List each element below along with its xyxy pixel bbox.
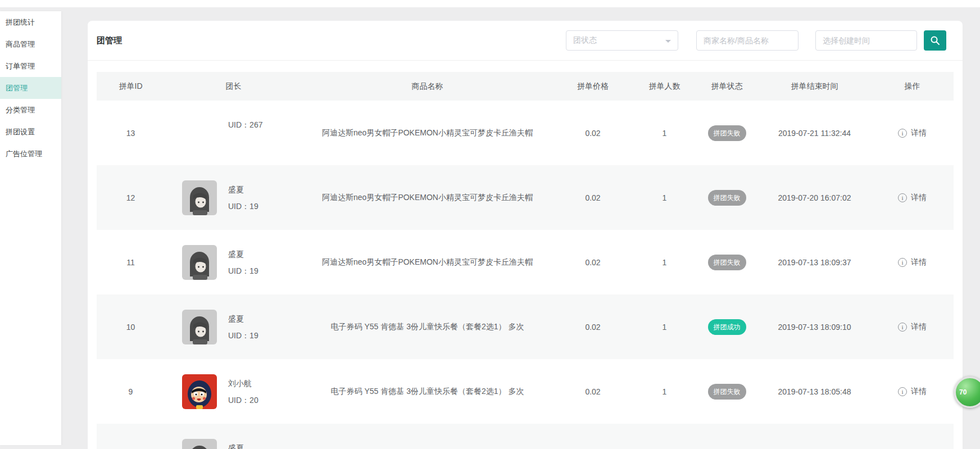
cell-product-name: 阿迪达斯neo男女帽子POKEMON小精灵宝可梦皮卡丘渔夫帽 xyxy=(302,128,552,138)
table-row: 13 UID：267 阿迪达斯neo男女帽子POKEMON小精灵宝可梦皮卡丘渔夫… xyxy=(97,101,954,165)
info-icon: i xyxy=(898,129,907,138)
table-row: 9 刘小航 UID：20 电子券码 Y55 肯德基 3份儿童快乐餐（套餐2选1）… xyxy=(97,359,954,424)
top-strip xyxy=(0,0,980,7)
boy-avatar-art xyxy=(182,374,217,409)
leader-name: 盛夏 xyxy=(228,442,244,449)
cell-actions: i 详情 xyxy=(871,387,954,397)
status-badge: 拼团失败 xyxy=(708,125,746,141)
sidebar-item-label: 分类管理 xyxy=(6,106,35,114)
leader-avatar xyxy=(182,310,217,344)
cell-end-time: 2019-07-13 18:09:37 xyxy=(758,258,871,267)
status-filter-select[interactable]: 团状态 xyxy=(566,30,678,51)
cell-team-leader: 盛夏 UID：19 xyxy=(165,245,302,280)
cell-order-status: 拼团失败 xyxy=(696,125,758,141)
sidebar-item-stats[interactable]: 拼团统计 xyxy=(0,11,61,33)
cell-order-price: 0.02 xyxy=(552,129,633,138)
detail-button[interactable]: i 详情 xyxy=(898,322,927,332)
leader-name: 盛夏 xyxy=(228,248,258,260)
cell-end-time: 2019-07-13 18:05:48 xyxy=(758,387,871,396)
leader-name: UID：267 xyxy=(228,119,262,130)
cell-product-name: 阿迪达斯neo男女帽子POKEMON小精灵宝可梦皮卡丘渔夫帽 xyxy=(302,193,552,203)
cell-member-count: 1 xyxy=(633,129,696,138)
header-cell-1: 团长 xyxy=(165,81,302,92)
sidebar-item-ads[interactable]: 广告位管理 xyxy=(0,143,61,165)
header-cell-0: 拼单ID xyxy=(97,81,165,92)
sidebar-item-orders[interactable]: 订单管理 xyxy=(0,55,61,77)
sidebar-item-groups[interactable]: 团管理 xyxy=(0,77,61,99)
card-header: 团管理 团状态 xyxy=(88,21,963,61)
leader-avatar xyxy=(182,439,217,449)
cell-team-leader: UID：267 xyxy=(165,116,302,151)
detail-button[interactable]: i 详情 xyxy=(898,257,927,267)
leader-name: 盛夏 xyxy=(228,313,258,324)
cell-actions: i 详情 xyxy=(871,193,954,203)
info-icon: i xyxy=(898,193,907,202)
main-content: 团管理 团状态 拼单ID团 xyxy=(61,11,980,445)
status-badge: 拼团失败 xyxy=(708,190,746,206)
table-body: 13 UID：267 阿迪达斯neo男女帽子POKEMON小精灵宝可梦皮卡丘渔夫… xyxy=(97,101,954,449)
status-badge: 拼团失败 xyxy=(708,384,746,400)
group-management-card: 团管理 团状态 拼单ID团 xyxy=(88,21,963,449)
sidebar-item-products[interactable]: 商品管理 xyxy=(0,33,61,55)
cell-member-count: 1 xyxy=(633,323,696,332)
table-row: 10 盛夏 UID：19 电子券码 Y55 肯德基 3份儿童快乐餐（套餐2选1）… xyxy=(97,294,954,359)
leader-uid xyxy=(228,136,262,147)
cell-actions: i 详情 xyxy=(871,257,954,267)
table-row: 盛夏 xyxy=(97,424,954,449)
header-cell-4: 拼单人数 xyxy=(633,81,696,92)
detail-label: 详情 xyxy=(911,257,927,267)
girl-avatar-art xyxy=(182,310,217,344)
cell-team-leader: 刘小航 UID：20 xyxy=(165,374,302,409)
detail-button[interactable]: i 详情 xyxy=(898,193,927,203)
sidebar-item-label: 广告位管理 xyxy=(6,149,42,158)
header-cell-6: 拼单结束时间 xyxy=(758,81,871,92)
status-badge: 拼团失败 xyxy=(708,255,746,270)
cell-member-count: 1 xyxy=(633,193,696,202)
leader-avatar xyxy=(182,245,217,280)
sidebar-item-label: 拼团设置 xyxy=(6,128,35,136)
search-button[interactable] xyxy=(924,30,946,51)
header-cell-2: 商品名称 xyxy=(302,81,552,92)
detail-button[interactable]: i 详情 xyxy=(898,387,927,397)
search-icon xyxy=(930,35,940,46)
cell-order-price: 0.02 xyxy=(552,387,633,396)
info-icon: i xyxy=(898,387,907,396)
cell-end-time: 2019-07-20 16:07:02 xyxy=(758,193,871,202)
cell-order-price: 0.02 xyxy=(552,193,633,202)
sidebar-item-label: 订单管理 xyxy=(6,62,35,70)
sidebar-item-label: 商品管理 xyxy=(6,40,35,48)
cell-actions: i 详情 xyxy=(871,128,954,138)
table-row: 11 盛夏 UID：19 阿迪达斯neo男女帽子POKEMON小精灵宝可梦皮卡丘… xyxy=(97,230,954,294)
detail-button[interactable]: i 详情 xyxy=(898,128,927,138)
keyword-input[interactable] xyxy=(696,30,798,51)
cell-order-price: 0.02 xyxy=(552,323,633,332)
detail-label: 详情 xyxy=(911,193,927,203)
cell-actions: i 详情 xyxy=(871,322,954,332)
cell-end-time: 2019-07-21 11:32:44 xyxy=(758,129,871,138)
girl-avatar-art xyxy=(182,180,217,215)
leader-name: 刘小航 xyxy=(228,378,258,389)
cell-order-status: 拼团失败 xyxy=(696,190,758,206)
girl-avatar-art xyxy=(182,245,217,280)
sidebar-item-categories[interactable]: 分类管理 xyxy=(0,99,61,121)
cell-order-id: 10 xyxy=(97,323,165,332)
leader-uid: UID：19 xyxy=(228,330,258,341)
floating-badge-text: 70 xyxy=(959,388,967,396)
detail-label: 详情 xyxy=(911,322,927,332)
cell-product-name: 电子券码 Y55 肯德基 3份儿童快乐餐（套餐2选1） 多次 xyxy=(302,387,552,397)
status-badge: 拼团成功 xyxy=(708,319,746,335)
cell-order-price: 0.02 xyxy=(552,258,633,267)
cell-product-name: 电子券码 Y55 肯德基 3份儿童快乐餐（套餐2选1） 多次 xyxy=(302,322,552,332)
leader-uid: UID：19 xyxy=(228,265,258,276)
cell-order-status: 拼团失败 xyxy=(696,255,758,270)
filter-bar: 团状态 xyxy=(566,30,946,51)
sidebar-item-settings[interactable]: 拼团设置 xyxy=(0,121,61,143)
sidebar-item-label: 拼团统计 xyxy=(6,18,35,26)
detail-label: 详情 xyxy=(911,128,927,138)
date-input[interactable] xyxy=(815,30,917,51)
group-table: 拼单ID团长商品名称拼单价格拼单人数拼单状态拼单结束时间操作 13 UID：26… xyxy=(97,72,954,449)
sidebar: 拼团统计商品管理订单管理团管理分类管理拼团设置广告位管理 xyxy=(0,11,61,445)
header-cell-7: 操作 xyxy=(871,81,954,92)
sidebar-item-label: 团管理 xyxy=(6,84,28,92)
cell-order-id: 12 xyxy=(97,193,165,202)
